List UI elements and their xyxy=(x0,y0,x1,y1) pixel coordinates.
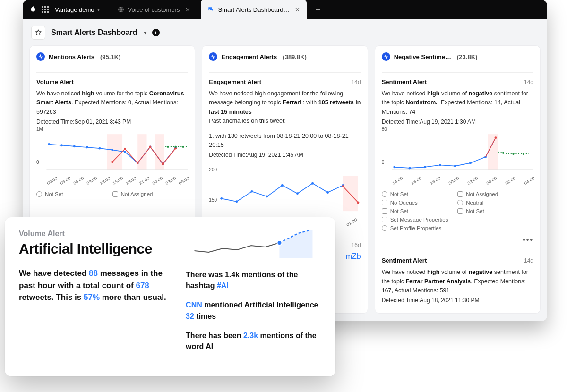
svg-point-29 xyxy=(266,196,268,198)
pulse-icon xyxy=(36,52,45,61)
svg-rect-2 xyxy=(137,134,146,170)
card-title: Engagement Alert xyxy=(209,78,261,85)
chevron-down-icon[interactable]: ▾ xyxy=(97,7,100,12)
svg-point-28 xyxy=(251,190,253,193)
overlay-label: Volume Alert xyxy=(19,230,169,238)
mail-icon xyxy=(382,217,387,222)
tab-voice-of-customers[interactable]: Voice of customers ✕ xyxy=(111,0,198,19)
chevron-down-icon[interactable]: ▾ xyxy=(144,30,146,35)
card-body-line: Past anomalies on this tweet: xyxy=(209,117,361,126)
svg-point-33 xyxy=(327,191,329,194)
card-body: We have noticed high volume of negative … xyxy=(382,268,533,295)
favorite-button[interactable] xyxy=(31,26,45,40)
card-body: We have noticed high volume for the topi… xyxy=(36,89,188,117)
status-notset[interactable]: Not Set xyxy=(36,191,112,197)
line-chart xyxy=(209,172,361,220)
status-notset[interactable]: Not Set xyxy=(382,208,458,214)
x-axis: 14:0016:0018:0020:0022:0000:0002:0004:00 xyxy=(381,182,534,187)
svg-point-31 xyxy=(296,192,299,195)
detected-time: Detected Time:Aug 19, 2021 1:45 AM xyxy=(209,152,361,158)
alert-card[interactable]: Engagement Alert 14d We have noticed hig… xyxy=(209,72,361,228)
new-tab-button[interactable]: ＋ xyxy=(311,3,325,16)
x-axis: 00:0003:0006:0009:0012:0015:0018:0021:00… xyxy=(36,182,189,187)
svg-point-27 xyxy=(236,201,238,203)
svg-point-24 xyxy=(182,146,184,148)
svg-point-9 xyxy=(98,147,101,150)
card-title: Volume Alert xyxy=(36,78,74,85)
y-tick: 150 xyxy=(209,197,217,203)
column-header: Engagement Alerts (389.8K) xyxy=(209,52,361,61)
rocket-icon xyxy=(457,208,463,214)
svg-point-48 xyxy=(512,153,514,155)
overlay-stat: There was 1.4k mentions of the hashtag #… xyxy=(186,269,321,291)
svg-point-18 xyxy=(137,162,139,164)
svg-rect-1 xyxy=(107,134,122,170)
svg-point-36 xyxy=(357,202,360,204)
set-profile-properties[interactable]: Set Profile Properties xyxy=(382,225,533,231)
apps-grid-icon[interactable] xyxy=(42,6,49,13)
column-title: Engagement Alerts xyxy=(221,53,277,60)
set-message-properties[interactable]: Set Message Properties xyxy=(382,217,533,222)
line-chart xyxy=(382,131,533,178)
svg-point-8 xyxy=(86,146,88,149)
svg-point-44 xyxy=(469,162,472,164)
app-logo-icon xyxy=(28,5,38,14)
svg-point-7 xyxy=(73,145,76,148)
close-icon[interactable]: ✕ xyxy=(295,6,300,13)
card-age: 14d xyxy=(352,79,361,85)
globe-icon xyxy=(118,6,124,13)
y-tick: 80 xyxy=(382,127,387,132)
profile-icon xyxy=(382,225,387,231)
y-tick: 0 xyxy=(36,160,39,165)
svg-rect-37 xyxy=(488,134,498,170)
overlay-sparkline xyxy=(186,230,321,258)
queue-icon xyxy=(382,200,387,205)
page-title: Smart Alerts Dashboard xyxy=(51,28,137,37)
svg-point-6 xyxy=(60,144,63,146)
user-icon xyxy=(112,191,118,197)
alert-card[interactable]: Sentiment Alert 14d We have noticed high… xyxy=(382,72,533,244)
svg-rect-25 xyxy=(343,176,358,211)
pulse-icon xyxy=(209,52,217,61)
svg-point-35 xyxy=(342,185,344,187)
status-icon xyxy=(382,191,387,197)
queue-none[interactable]: No Queues xyxy=(382,200,458,205)
user-icon xyxy=(457,191,463,197)
assignee-notassigned[interactable]: Not Assigned xyxy=(112,191,189,197)
sentiment-chart: 80 0 14:0016:0018:0020:0022:0000:0002:00… xyxy=(382,125,533,187)
svg-point-30 xyxy=(281,184,284,187)
assignee-notassigned[interactable]: Not Assigned xyxy=(457,191,533,197)
detected-time: Detected Time:Sep 01, 2021 8:43 PM xyxy=(36,119,188,125)
card-body: We have noticed high engagement for the … xyxy=(209,89,361,117)
card-meta: Not Set Not Assigned xyxy=(36,191,188,197)
alert-card[interactable]: Sentiment Alert 14d We have noticed high… xyxy=(382,251,533,304)
tag-icon xyxy=(382,208,387,214)
sentiment-neutral[interactable]: Neutral xyxy=(457,200,533,205)
close-icon[interactable]: ✕ xyxy=(185,6,190,13)
info-icon[interactable]: i xyxy=(152,29,160,36)
workspace-name[interactable]: Vantage demo xyxy=(55,6,94,13)
svg-point-16 xyxy=(111,161,113,163)
card-title: Sentiment Alert xyxy=(382,78,427,85)
card-age: 14d xyxy=(524,79,533,85)
alert-card[interactable]: Volume Alert We have noticed high volume… xyxy=(36,72,188,197)
chat-icon xyxy=(207,6,214,13)
svg-point-32 xyxy=(311,182,314,185)
svg-point-19 xyxy=(149,146,152,148)
status-notset[interactable]: Not Set xyxy=(382,191,458,197)
svg-point-17 xyxy=(124,148,126,150)
svg-point-22 xyxy=(167,146,169,148)
page-header: Smart Alerts Dashboard ▾ i xyxy=(23,19,547,45)
svg-point-26 xyxy=(221,197,223,200)
more-actions-button[interactable]: ••• xyxy=(382,236,533,244)
y-tick: 200 xyxy=(209,167,217,172)
star-icon xyxy=(35,29,42,36)
status-notset[interactable]: Not Set xyxy=(457,208,533,214)
svg-point-40 xyxy=(408,167,411,170)
svg-point-51 xyxy=(277,240,282,245)
svg-point-43 xyxy=(454,165,456,167)
card-body: We have noticed high volume of negative … xyxy=(382,89,533,117)
overlay-stat: There has been 2.3k mentions of the word… xyxy=(186,330,321,352)
mentions-chart: 1M 0 00:0003:00 xyxy=(36,125,188,187)
tab-smart-alerts[interactable]: Smart Alerts Dashboard… ✕ xyxy=(201,0,307,19)
